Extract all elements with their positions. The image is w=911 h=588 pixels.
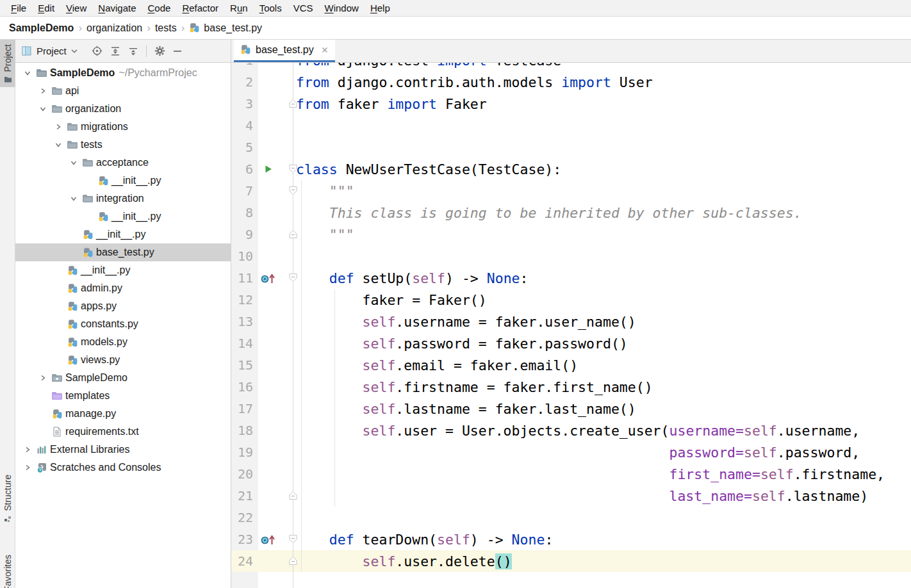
code-line-19[interactable]: 19 password=self.password, (231, 441, 911, 463)
code-line-8[interactable]: 8 This class is going to be inherited by… (231, 202, 911, 224)
code-line-15[interactable]: 15 self.email = faker.email() (231, 354, 911, 376)
fold-marker-slot[interactable] (279, 550, 293, 572)
menu-refactor[interactable]: Refactor (176, 3, 224, 13)
tree-chevron[interactable] (51, 123, 65, 131)
tree-item-migrations[interactable]: migrations (15, 118, 231, 136)
tree-chevron[interactable] (67, 195, 81, 202)
menu-file[interactable]: File (5, 3, 32, 13)
tree-item-organization[interactable]: organization (15, 100, 231, 118)
gutter-icon-slot[interactable] (258, 534, 279, 546)
stripe-project[interactable]: Project (0, 40, 15, 87)
breadcrumb-organization[interactable]: organization (86, 22, 142, 34)
code-line-7[interactable]: 7 """ (231, 180, 911, 202)
chevron-down-icon[interactable] (24, 69, 31, 77)
tree-item-admin-py[interactable]: admin.py (15, 279, 231, 297)
tree-chevron[interactable] (21, 446, 35, 453)
code-line-12[interactable]: 12 faker = Faker() (231, 289, 911, 311)
fold-marker-slot[interactable] (279, 158, 293, 180)
fold-marker-slot[interactable] (279, 267, 293, 289)
chevron-right-icon[interactable] (24, 464, 31, 471)
overrides-method-icon[interactable] (260, 272, 277, 284)
code-editor[interactable]: 1from django.test import TestCase2from d… (231, 63, 911, 588)
tree-item-api[interactable]: api (15, 82, 231, 100)
run-test-icon[interactable] (263, 164, 274, 174)
code-line-2[interactable]: 2from django.contrib.auth.models import … (231, 71, 911, 93)
tree-item-sampledemo[interactable]: SampleDemo~/PycharmProjec (15, 64, 231, 82)
menu-navigate[interactable]: Navigate (92, 3, 142, 13)
tree-chevron[interactable] (36, 374, 50, 382)
chevron-down-icon[interactable] (70, 195, 78, 202)
menu-tools[interactable]: Tools (254, 3, 288, 13)
tree-item-sampledemo[interactable]: SampleDemo (15, 369, 231, 387)
code-line-9[interactable]: 9 """ (231, 224, 911, 245)
tree-item-templates[interactable]: templates (15, 387, 231, 405)
tree-chevron[interactable] (21, 69, 35, 77)
tree-item-manage-py[interactable]: manage.py (15, 405, 231, 423)
gutter-icon-slot[interactable] (258, 272, 279, 284)
chevron-right-icon[interactable] (24, 446, 31, 453)
menu-help[interactable]: Help (365, 3, 396, 13)
tree-chevron[interactable] (36, 105, 50, 113)
tree-item-views-py[interactable]: views.py (15, 351, 231, 369)
code-line-23[interactable]: 23 def tearDown(self) -> None: (231, 528, 911, 550)
editor-tab-base-test[interactable]: base_test.py (234, 40, 335, 62)
tree-item-base-test-py[interactable]: base_test.py (15, 243, 231, 261)
menu-view[interactable]: View (60, 3, 92, 13)
tree-chevron[interactable] (36, 87, 50, 95)
code-line-17[interactable]: 17 self.lastname = faker.last_name() (231, 398, 911, 420)
tree-chevron[interactable] (51, 141, 65, 149)
tree-item-acceptance[interactable]: acceptance (15, 154, 231, 172)
tree-item--init-py[interactable]: __init__.py (15, 225, 231, 243)
breadcrumb-base-test-py[interactable]: base_test.py (189, 22, 262, 34)
expand-all-icon[interactable] (110, 46, 120, 56)
tree-item-requirements-txt[interactable]: requirements.txt (15, 423, 231, 441)
chevron-down-icon[interactable] (39, 105, 47, 113)
settings-icon[interactable] (154, 45, 165, 56)
code-line-24[interactable]: 24 self.user.delete() (231, 550, 911, 572)
code-line-16[interactable]: 16 self.firstname = faker.first_name() (231, 376, 911, 398)
tree-item-models-py[interactable]: models.py (15, 333, 231, 351)
gutter-icon-slot[interactable] (258, 164, 279, 174)
code-line-1[interactable]: 1from django.test import TestCase (231, 63, 911, 71)
close-icon[interactable] (321, 46, 329, 54)
fold-marker-slot[interactable] (279, 224, 293, 245)
tree-item-apps-py[interactable]: apps.py (15, 297, 231, 315)
tree-item-integration[interactable]: integration (15, 190, 231, 208)
code-line-20[interactable]: 20 first_name=self.firstname, (231, 463, 911, 485)
chevron-down-icon[interactable] (70, 159, 78, 167)
chevron-right-icon[interactable] (39, 374, 47, 382)
code-line-5[interactable]: 5 (231, 136, 911, 158)
code-line-13[interactable]: 13 self.username = faker.user_name() (231, 311, 911, 332)
stripe-favorites[interactable]: Favorites (0, 550, 15, 588)
code-line-18[interactable]: 18 self.user = User.objects.create_user(… (231, 420, 911, 441)
code-line-6[interactable]: 6class NewUserTestCase(TestCase): (231, 158, 911, 180)
tree-item--init-py[interactable]: __init__.py (15, 208, 231, 225)
tree-item-external-libraries[interactable]: External Libraries (15, 441, 231, 459)
fold-marker-slot[interactable] (279, 93, 293, 115)
breadcrumb-sampledemo[interactable]: SampleDemo (9, 22, 74, 34)
menu-code[interactable]: Code (142, 3, 177, 13)
overrides-method-icon[interactable] (260, 534, 277, 546)
tree-item--init-py[interactable]: __init__.py (15, 261, 231, 279)
chevron-down-icon[interactable] (54, 141, 62, 149)
code-line-10[interactable]: 10 (231, 245, 911, 267)
menu-vcs[interactable]: VCS (288, 3, 319, 13)
tree-chevron[interactable] (21, 464, 35, 471)
code-line-11[interactable]: 11 def setUp(self) -> None: (231, 267, 911, 289)
locate-icon[interactable] (92, 45, 103, 56)
fold-marker-slot[interactable] (279, 485, 293, 507)
tree-item-scratches-and-consoles[interactable]: Scratches and Consoles (15, 459, 231, 477)
chevron-right-icon[interactable] (39, 87, 47, 95)
code-line-21[interactable]: 21 last_name=self.lastname) (231, 485, 911, 507)
breadcrumb-tests[interactable]: tests (155, 22, 177, 34)
close-icon[interactable] (321, 46, 329, 54)
collapse-all-icon[interactable] (128, 46, 138, 56)
menu-window[interactable]: Window (319, 3, 365, 13)
menu-edit[interactable]: Edit (32, 3, 60, 13)
tree-item-constants-py[interactable]: constants.py (15, 315, 231, 333)
code-line-14[interactable]: 14 self.password = faker.password() (231, 332, 911, 354)
code-line-4[interactable]: 4 (231, 115, 911, 136)
hide-icon[interactable] (173, 47, 182, 56)
chevron-right-icon[interactable] (54, 123, 62, 131)
stripe-structure[interactable]: Structure (0, 470, 15, 527)
